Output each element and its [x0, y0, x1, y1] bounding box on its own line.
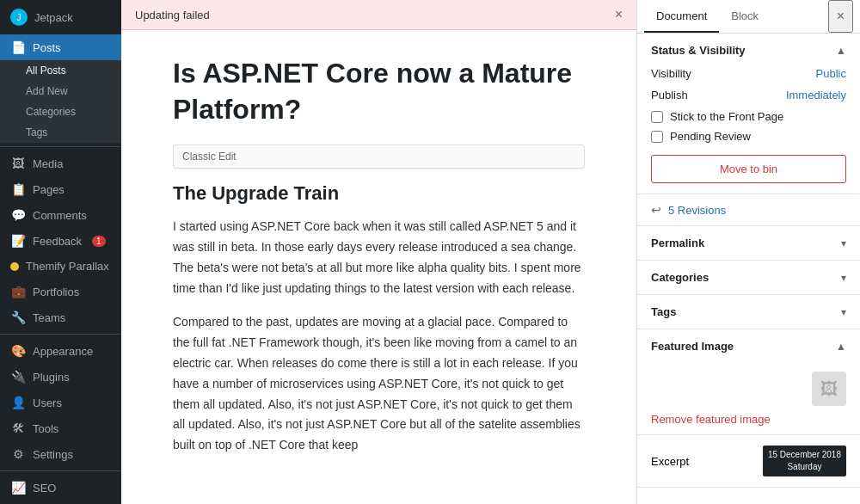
excerpt-date: 15 December 2018 Saturday [763, 446, 846, 476]
publish-row: Publish Immediately [651, 89, 846, 101]
tab-document[interactable]: Document [644, 1, 719, 33]
sidebar-item-all-posts[interactable]: All Posts [0, 60, 121, 81]
sidebar-item-seo[interactable]: 📈 SEO [0, 475, 121, 501]
sidebar-item-users[interactable]: 👤 Users [0, 390, 121, 415]
sidebar-tools-label: Tools [33, 422, 58, 435]
sidebar-item-posts[interactable]: 📄 Posts [0, 34, 121, 60]
section-featured-title: Featured Image [651, 340, 734, 353]
seo-icon: 📈 [10, 481, 26, 495]
sidebar-item-plugins[interactable]: 🔌 Plugins [0, 364, 121, 390]
section-tags-header[interactable]: Tags ▾ [637, 295, 860, 329]
content-heading: The Upgrade Train [173, 182, 585, 205]
themify-icon [10, 262, 19, 271]
section-permalink: Permalink ▾ [637, 226, 860, 261]
revisions-link[interactable]: 5 Revisions [668, 204, 726, 217]
sidebar-item-themify[interactable]: Themify Parallax [0, 254, 121, 279]
sidebar-portfolios-label: Portfolios [33, 286, 79, 298]
teams-icon: 🔧 [10, 310, 26, 324]
excerpt-date-line2: Saturday [787, 462, 821, 471]
publish-label: Publish [651, 89, 688, 101]
sidebar-logo-label: Jetpack [34, 11, 73, 24]
tags-label: Tags [26, 126, 47, 138]
excerpt-row: Excerpt 15 December 2018 Saturday [637, 435, 860, 487]
classic-edit-bar[interactable]: Classic Edit [173, 144, 585, 169]
sidebar-item-pages[interactable]: 📋 Pages [0, 176, 121, 202]
content-para-2[interactable]: Compared to the past, updates are moving… [173, 312, 585, 456]
visibility-label: Visibility [651, 67, 691, 80]
sidebar-settings-label: Settings [33, 448, 73, 461]
panel-close-button[interactable]: × [828, 0, 853, 33]
sidebar-sub-posts: All Posts Add New Categories Tags [0, 60, 121, 143]
editor-area: Is ASP.NET Core now a Mature Platform? C… [121, 30, 636, 504]
section-status-body: Visibility Public Publish Immediately St… [637, 67, 860, 194]
section-categories-header[interactable]: Categories ▾ [637, 261, 860, 294]
sidebar-item-categories[interactable]: Categories [0, 101, 121, 122]
sidebar: J Jetpack 📄 Posts All Posts Add New Cate… [0, 0, 121, 504]
section-permalink-title: Permalink [651, 237, 704, 249]
sidebar-item-tools[interactable]: 🛠 Tools [0, 415, 121, 441]
sidebar-logo[interactable]: J Jetpack [0, 0, 121, 34]
pending-label[interactable]: Pending Review [670, 130, 751, 143]
sidebar-users-label: Users [33, 396, 62, 409]
featured-image-placeholder: 🖼 [812, 372, 846, 406]
sidebar-item-teams[interactable]: 🔧 Teams [0, 304, 121, 330]
plugins-icon: 🔌 [10, 370, 26, 384]
content-para-1[interactable]: I started using ASP.NET Core back when i… [173, 217, 585, 298]
tags-chevron-icon: ▾ [841, 306, 846, 318]
main-area: Updating failed × Is ASP.NET Core now a … [121, 0, 636, 504]
move-to-bin-button[interactable]: Move to bin [651, 155, 846, 183]
sidebar-item-posts-label: Posts [33, 41, 61, 54]
section-status-visibility: Status & Visibility ▲ Visibility Public … [637, 34, 860, 194]
tab-document-label: Document [656, 9, 707, 22]
error-bar: Updating failed × [121, 0, 636, 30]
post-title[interactable]: Is ASP.NET Core now a Mature Platform? [173, 56, 585, 127]
sidebar-pages-label: Pages [33, 183, 64, 196]
excerpt-date-line1: 15 December 2018 [768, 450, 841, 459]
visibility-value[interactable]: Public [816, 67, 846, 80]
featured-image-body: 🖼 Remove featured image [637, 363, 860, 434]
sidebar-appearance-label: Appearance [33, 345, 93, 358]
sidebar-item-appearance[interactable]: 🎨 Appearance [0, 338, 121, 364]
feedback-icon: 📝 [10, 234, 26, 248]
media-icon: 🖼 [10, 157, 26, 170]
section-status-header[interactable]: Status & Visibility ▲ [637, 34, 860, 67]
classic-edit-label: Classic Edit [182, 151, 236, 163]
section-categories-title: Categories [651, 271, 709, 284]
stick-checkbox-row: Stick to the Front Page [651, 110, 846, 123]
section-featured-header[interactable]: Featured Image ▲ [637, 329, 860, 363]
right-panel: Document Block × Status & Visibility ▲ V… [636, 0, 860, 504]
stick-checkbox[interactable] [651, 111, 663, 123]
categories-chevron-icon: ▾ [841, 272, 846, 284]
revisions-icon: ↩ [651, 203, 661, 217]
appearance-icon: 🎨 [10, 344, 26, 358]
comments-icon: 💬 [10, 208, 26, 222]
section-categories: Categories ▾ [637, 261, 860, 295]
all-posts-label: All Posts [26, 65, 66, 77]
sidebar-seo-label: SEO [33, 482, 56, 495]
section-tags: Tags ▾ [637, 295, 860, 329]
sidebar-media-label: Media [33, 157, 63, 170]
section-tags-title: Tags [651, 305, 676, 318]
pending-checkbox[interactable] [651, 131, 663, 143]
pages-icon: 📋 [10, 182, 26, 196]
publish-value[interactable]: Immediately [786, 89, 846, 101]
sidebar-item-media[interactable]: 🖼 Media [0, 151, 121, 176]
section-permalink-header[interactable]: Permalink ▾ [637, 226, 860, 260]
sidebar-item-add-new[interactable]: Add New [0, 81, 121, 101]
error-close-button[interactable]: × [615, 7, 623, 22]
pending-checkbox-row: Pending Review [651, 130, 846, 143]
section-featured-image: Featured Image ▲ 🖼 Remove featured image [637, 329, 860, 435]
sidebar-item-portfolios[interactable]: 💼 Portfolios [0, 279, 121, 304]
sidebar-item-settings[interactable]: ⚙ Settings [0, 441, 121, 467]
excerpt-title: Excerpt [651, 455, 689, 468]
tab-block[interactable]: Block [719, 1, 771, 33]
featured-chevron-icon: ▲ [836, 341, 846, 353]
sidebar-item-feedback[interactable]: 📝 Feedback 1 [0, 228, 121, 254]
chevron-up-icon: ▲ [836, 45, 846, 57]
stick-label[interactable]: Stick to the Front Page [670, 110, 783, 123]
sidebar-item-tags[interactable]: Tags [0, 122, 121, 143]
remove-featured-image-link[interactable]: Remove featured image [651, 413, 771, 426]
sidebar-item-comments[interactable]: 💬 Comments [0, 202, 121, 228]
sidebar-divider-2 [0, 334, 121, 335]
tools-icon: 🛠 [10, 421, 26, 435]
